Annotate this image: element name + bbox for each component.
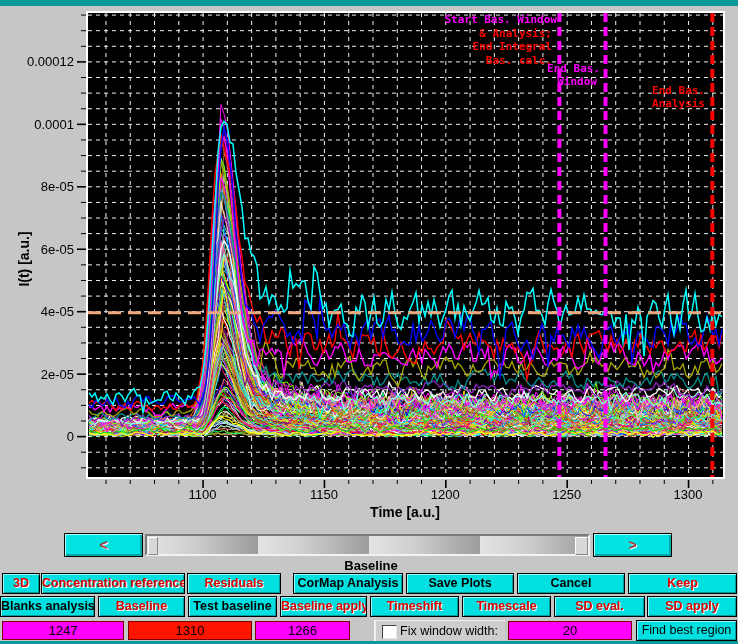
x-tick-label: 1100 — [181, 487, 225, 502]
scrollbar-title: Baseline — [300, 558, 442, 573]
analysis-end-field[interactable]: 1310 — [128, 621, 252, 640]
button-cormap-analysis[interactable]: CorMap Analysis — [293, 573, 403, 594]
y-tick-label: 4e-05 — [4, 304, 74, 319]
button-concentration-reference[interactable]: Concentration reference — [41, 573, 185, 594]
x-tick-label: 1300 — [666, 487, 710, 502]
fix-window-width-panel: Fix window width: — [374, 620, 505, 641]
button-timescale[interactable]: Timescale — [462, 596, 551, 617]
button-baseline[interactable]: Baseline — [98, 596, 185, 617]
y-tick-label: 0.0001 — [4, 117, 74, 132]
button-keep[interactable]: Keep — [628, 573, 737, 594]
bas-calc-label: Bas. calc. — [486, 54, 552, 67]
button-test-baseline[interactable]: Test baseline — [188, 596, 277, 617]
scrollbar-thumb-left[interactable] — [148, 537, 158, 555]
start-bas-window-label: Start Bas. Window — [444, 13, 557, 26]
y-tick-label: 6e-05 — [4, 242, 74, 257]
y-axis-title: I(t) [a.u.] — [16, 203, 32, 315]
button-residuals[interactable]: Residuals — [187, 573, 281, 594]
chromatogram-plot[interactable] — [0, 0, 738, 530]
end-integral-label: End Integral — [473, 40, 552, 53]
y-tick-label: 0.00012 — [4, 54, 74, 69]
and-analysis-label: & Analysis; — [479, 27, 552, 40]
button-save-plots[interactable]: Save Plots — [406, 573, 514, 594]
x-tick-label: 1200 — [423, 487, 467, 502]
scroll-left-button[interactable]: < — [64, 533, 143, 557]
fix-window-width-label: Fix window width: — [400, 624, 498, 638]
find-best-region-button[interactable]: Find best region — [636, 620, 737, 641]
y-tick-label: 8e-05 — [4, 179, 74, 194]
end-bas-analysis-label-1: End Bas. — [652, 84, 705, 97]
scrollbar-trough[interactable] — [145, 534, 590, 556]
button-blanks-analysis[interactable]: Blanks analysis — [0, 596, 95, 617]
scroll-right-button[interactable]: > — [593, 533, 672, 557]
fix-window-width-checkbox[interactable] — [382, 625, 397, 639]
y-tick-label: 2e-05 — [4, 367, 74, 382]
x-axis-title: Time [a.u.] — [340, 504, 470, 520]
scrollbar-thumb-right[interactable] — [575, 537, 588, 555]
button-sd-eval[interactable]: SD eval. — [554, 596, 645, 617]
x-tick-label: 1150 — [302, 487, 346, 502]
button-sd-apply[interactable]: SD apply — [647, 596, 737, 617]
baseline-start-field[interactable]: 1247 — [2, 621, 124, 640]
y-tick-label: 0 — [4, 429, 74, 444]
end-bas-label: End Bas. — [547, 62, 600, 75]
button-cancel[interactable]: Cancel — [517, 573, 625, 594]
button-3d[interactable]: 3D — [2, 573, 40, 594]
baseline-end-field[interactable]: 1266 — [255, 621, 350, 640]
application-window: 110011501200125013000.000120.00018e-056e… — [0, 0, 738, 644]
window-label: Window — [557, 75, 597, 88]
button-baseline-apply[interactable]: Baseline apply — [280, 596, 367, 617]
end-bas-analysis-label-2: Analysis — [652, 97, 705, 110]
button-timeshift[interactable]: Timeshift — [370, 596, 459, 617]
x-tick-label: 1250 — [545, 487, 589, 502]
window-width-field[interactable]: 20 — [508, 621, 632, 640]
